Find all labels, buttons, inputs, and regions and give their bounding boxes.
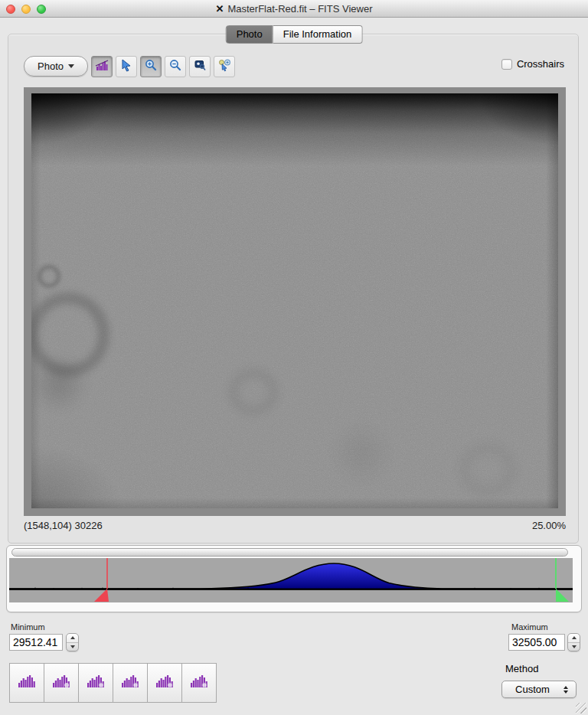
crosshairs-label: Crosshairs <box>517 58 564 70</box>
view-tabs: Photo File Information <box>226 25 363 44</box>
method-label: Method <box>505 663 538 674</box>
histogram-scrollbar[interactable] <box>11 548 568 557</box>
mini-histogram-icon <box>189 674 209 692</box>
zoom-in-tool-button[interactable] <box>140 56 162 77</box>
method-popup[interactable]: Custom <box>501 681 577 698</box>
stretch-preset-3[interactable] <box>78 663 113 703</box>
maximum-input[interactable] <box>508 634 565 651</box>
photo-panel: Photo <box>8 34 579 544</box>
document-icon: ✕ <box>216 3 224 15</box>
tab-photo[interactable]: Photo <box>226 25 273 44</box>
stretch-preset-5[interactable] <box>147 663 182 703</box>
stretch-preset-2[interactable] <box>44 663 79 703</box>
close-button[interactable] <box>6 5 15 14</box>
popup-arrows-icon <box>560 686 572 694</box>
vignette-overlay <box>31 93 558 508</box>
histogram-plot[interactable] <box>9 558 573 602</box>
maximum-label: Maximum <box>511 622 548 632</box>
cursor-readout: (1548,104) 30226 <box>24 520 103 531</box>
stretch-presets <box>9 663 217 703</box>
step-up-icon <box>572 636 577 639</box>
min-marker[interactable] <box>94 558 109 602</box>
window-title: ✕ MasterFlat-Red.fit – FITS Viewer <box>216 3 373 15</box>
histogram-box <box>6 545 582 612</box>
maximum-stepper[interactable] <box>567 633 580 651</box>
cursor-zoom-icon <box>217 58 231 75</box>
zoom-actual-tool-button[interactable] <box>189 56 211 77</box>
minimum-input[interactable] <box>9 634 63 651</box>
histogram-tool-button[interactable] <box>91 56 113 77</box>
mini-histogram-icon <box>86 674 106 692</box>
step-down-icon <box>70 645 75 648</box>
photo-zoom-icon <box>193 58 207 75</box>
fits-image[interactable] <box>31 93 558 508</box>
minimum-stepper[interactable] <box>66 633 79 651</box>
mini-histogram-icon <box>51 674 71 692</box>
zoom-in-icon <box>144 58 158 75</box>
histogram-icon <box>95 58 109 75</box>
mini-histogram-icon <box>120 674 140 692</box>
step-up-icon <box>70 636 75 639</box>
mini-histogram-icon <box>155 674 175 692</box>
zoom-out-tool-button[interactable] <box>165 56 186 77</box>
select-tool-button[interactable] <box>116 56 137 77</box>
chevron-down-icon <box>68 64 74 68</box>
tab-file-information[interactable]: File Information <box>273 25 363 44</box>
stretch-preset-6[interactable] <box>181 663 217 703</box>
zoom-window-button[interactable] <box>37 5 46 14</box>
cursor-icon <box>119 58 133 75</box>
method-value: Custom <box>502 684 560 695</box>
zoom-selection-tool-button[interactable] <box>214 56 235 77</box>
photo-dropdown-label: Photo <box>38 60 64 72</box>
photo-dropdown[interactable]: Photo <box>24 56 88 77</box>
zoom-level: 25.00% <box>532 520 566 531</box>
mini-histogram-icon <box>17 674 37 692</box>
zoom-out-icon <box>168 58 182 75</box>
step-down-icon <box>572 645 577 648</box>
crosshairs-control: Crosshairs <box>501 58 564 70</box>
resize-grip[interactable] <box>576 703 586 713</box>
image-viewer-frame <box>24 87 566 516</box>
crosshairs-checkbox[interactable] <box>501 59 512 70</box>
histogram-curve <box>9 558 573 602</box>
minimize-button[interactable] <box>21 5 31 14</box>
minimum-label: Minimum <box>11 622 45 632</box>
title-bar: ✕ MasterFlat-Red.fit – FITS Viewer <box>0 0 588 18</box>
window-title-text: MasterFlat-Red.fit – FITS Viewer <box>227 3 372 15</box>
status-bar: (1548,104) 30226 25.00% <box>24 520 566 531</box>
max-marker[interactable] <box>556 558 569 602</box>
traffic-lights <box>0 5 46 14</box>
stretch-preset-1[interactable] <box>9 663 44 703</box>
stretch-preset-4[interactable] <box>113 663 148 703</box>
